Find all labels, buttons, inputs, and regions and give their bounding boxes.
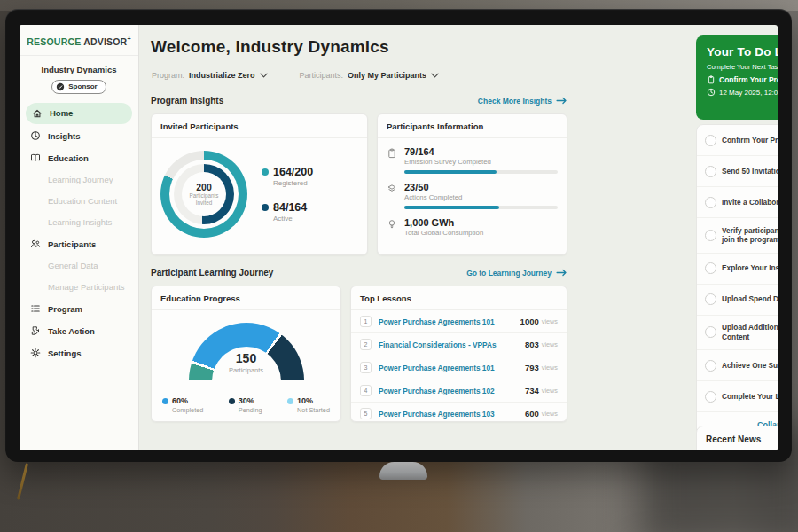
recent-news-card: Recent News <box>696 426 778 450</box>
actions-layers-icon <box>387 184 397 194</box>
monitor-bezel: RESOURCE ADVISOR+ Industry Dynamics Spon… <box>5 9 792 462</box>
views-suffix: views <box>542 410 558 418</box>
task-checkbox[interactable] <box>705 135 716 146</box>
logo-advisor: ADVISOR <box>83 36 127 47</box>
lesson-row: 2 Financial Considerations - VPPAs 803 v… <box>351 333 567 356</box>
lesson-link[interactable]: Power Purchase Agreements 101 <box>379 364 525 372</box>
sidebar-item-take-action[interactable]: Take Action <box>20 320 138 342</box>
legend-active: 84/164 Active <box>262 201 313 223</box>
task-row: Confirm Your Program Details <box>697 125 778 156</box>
task-label: Verify participants requesting to join t… <box>722 226 778 246</box>
card-title: Education Progress <box>152 286 340 310</box>
lesson-rank: 1 <box>360 316 372 327</box>
lesson-row: 3 Power Purchase Agreements 101 793 view… <box>351 356 567 379</box>
insights-icon <box>30 130 41 141</box>
sidebar-item-manage-participants[interactable]: Manage Participants <box>20 277 138 298</box>
section-title-program-insights: Program Insights <box>151 96 223 106</box>
donut-center: 200 Participants Invited <box>160 151 247 238</box>
sidebar-item-label: Learning Journey <box>48 175 113 184</box>
task-checkbox[interactable] <box>705 293 716 305</box>
recent-news-title: Recent News <box>706 434 778 450</box>
todo-column: Your To Do List Complete Your Next Task:… <box>696 25 778 450</box>
legend-pending: 30% Pending <box>229 396 262 414</box>
dashboard-screen: RESOURCE ADVISOR+ Industry Dynamics Spon… <box>20 25 778 450</box>
task-label: Explore Your Insights Dashboard <box>722 263 778 273</box>
participants-information-card: Participants Information 79/164 Emission… <box>377 113 567 255</box>
progress-bar-track <box>404 206 558 209</box>
task-checkbox[interactable] <box>705 326 716 338</box>
views-suffix: views <box>542 317 558 325</box>
legend-label: Pending <box>239 406 262 414</box>
task-checkbox[interactable] <box>705 262 716 274</box>
participants-filter[interactable]: Participants: Only My Participants <box>300 71 440 80</box>
participants-icon <box>30 239 41 249</box>
info-row-consumption: 1,000 GWh Total Global Consumption <box>387 217 558 237</box>
donut-center-value: 200 <box>196 182 212 192</box>
task-row: Explore Your Insights Dashboard <box>697 254 778 285</box>
sidebar-item-learning-journey[interactable]: Learning Journey <box>20 169 138 191</box>
gauge-center-value: 150 <box>152 351 340 365</box>
home-icon <box>32 108 43 119</box>
chevron-down-icon <box>260 73 268 78</box>
todo-subtitle: Complete Your Next Task: <box>707 63 778 71</box>
sidebar-item-home[interactable]: Home <box>26 103 132 124</box>
info-label: Emission Survey Completed <box>404 158 558 166</box>
main-content: Welcome, Industry Dynamics Program: Indu… <box>139 25 778 450</box>
task-label: Upload Additional Educational Content <box>722 323 778 342</box>
task-checkbox[interactable] <box>705 391 716 403</box>
sidebar-item-education-content[interactable]: Education Content <box>20 191 138 212</box>
legend-label: Not Started <box>297 406 330 414</box>
program-list-icon <box>30 303 41 314</box>
sidebar-item-learning-insights[interactable]: Learning Insights <box>20 212 138 233</box>
todo-next-task: Confirm Your Program Details <box>707 75 778 84</box>
info-row-actions: 23/50 Actions Completed <box>387 182 558 209</box>
lesson-link[interactable]: Power Purchase Agreements 103 <box>379 410 525 419</box>
progress-bar-fill <box>404 170 497 174</box>
org-name: Industry Dynamics <box>20 65 138 74</box>
chevron-down-icon <box>431 73 439 78</box>
sidebar-item-participants[interactable]: Participants <box>20 233 138 255</box>
lesson-rank: 2 <box>360 339 372 350</box>
invited-participants-donut-chart: 200 Participants Invited <box>160 151 247 238</box>
lesson-views: 793 <box>525 363 539 372</box>
gauge-legend: 60% Completed 30% Pending 10% Not Starte… <box>152 396 340 414</box>
info-value: 79/164 <box>404 146 558 157</box>
check-more-insights-link[interactable]: Check More Insights <box>478 97 567 106</box>
info-row-survey: 79/164 Emission Survey Completed <box>387 146 558 174</box>
sidebar-item-label: Take Action <box>48 326 95 336</box>
lesson-link[interactable]: Power Purchase Agreements 102 <box>379 387 525 395</box>
task-row: Invite a Collaborator <box>697 187 778 218</box>
card-title: Participants Information <box>378 114 567 138</box>
task-checkbox[interactable] <box>705 230 716 241</box>
views-suffix: views <box>542 364 558 372</box>
page-title: Welcome, Industry Dynamics <box>151 37 389 57</box>
sidebar-item-general-data[interactable]: General Data <box>20 255 138 277</box>
program-filter-label: Program: <box>152 71 184 80</box>
todo-due-date: 12 May 2025, 12:00 PM <box>707 88 778 97</box>
program-filter[interactable]: Program: Industrialize Zero <box>152 71 268 80</box>
task-checkbox[interactable] <box>705 197 716 208</box>
sidebar-item-insights[interactable]: Insights <box>20 125 138 147</box>
clipboard-icon <box>707 75 716 84</box>
go-to-learning-journey-link[interactable]: Go to Learning Journey <box>466 269 567 278</box>
lesson-link[interactable]: Power Purchase Agreements 101 <box>379 317 520 326</box>
sidebar-item-settings[interactable]: Settings <box>20 342 138 364</box>
sidebar-item-program[interactable]: Program <box>20 298 138 320</box>
education-progress-card: Education Progress 150 Participants 60% <box>151 286 341 422</box>
todo-panel: Your To Do List Complete Your Next Task:… <box>696 35 778 120</box>
task-checkbox[interactable] <box>705 166 716 177</box>
legend-label: Active <box>273 215 313 223</box>
task-label: Confirm Your Program Details <box>722 136 778 145</box>
task-label: Upload Spend Data Records <box>722 294 778 304</box>
legend-registered: 164/200 Registered <box>262 166 313 187</box>
task-checkbox[interactable] <box>705 360 716 372</box>
arrow-right-icon <box>556 97 567 105</box>
lesson-link[interactable]: Financial Considerations - VPPAs <box>379 340 525 349</box>
sponsor-label: Sponsor <box>68 82 97 90</box>
sidebar-item-label: Participants <box>48 239 96 249</box>
task-row: Send 50 Invitations to Participants <box>697 156 778 187</box>
legend-dot-teal <box>262 168 269 176</box>
views-suffix: views <box>542 387 558 395</box>
sidebar-item-education[interactable]: Education <box>20 147 138 169</box>
card-title: Invited Participants <box>152 114 367 138</box>
